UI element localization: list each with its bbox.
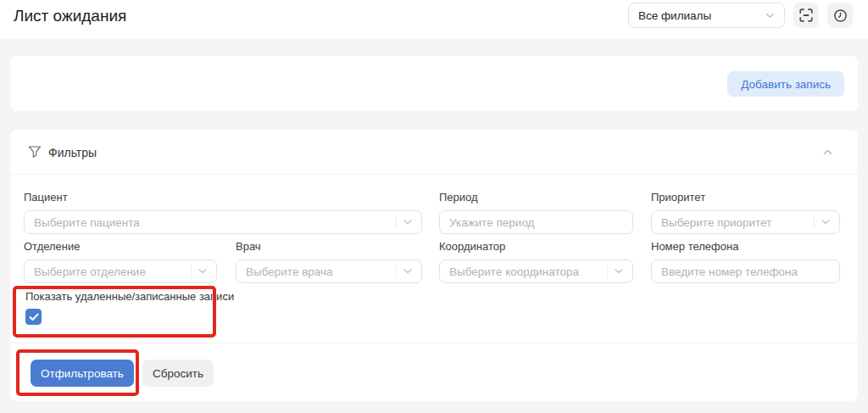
branch-filter-value: Все филиалы [638,9,765,22]
branch-filter-select[interactable]: Все филиалы [628,3,785,28]
period-label: Период [439,191,633,204]
chevron-down-icon [198,269,207,274]
chevron-down-icon [765,13,775,19]
priority-label: Приоритет [651,191,840,204]
history-button[interactable] [827,3,853,28]
coordinator-placeholder: Выберите координатора [449,265,602,278]
filters-header-toggle[interactable]: Фильтры [10,130,858,174]
chevron-down-icon [403,269,412,274]
coordinator-label: Координатор [439,240,633,254]
header-divider [10,174,858,175]
phone-label: Номер телефона [651,240,840,254]
patient-field: Пациент Выберите пациента [24,191,422,234]
department-select[interactable]: Выберите отделение [24,260,217,283]
footer-divider [10,343,858,343]
chevron-up-icon[interactable] [823,149,832,155]
check-icon [29,313,39,321]
doctor-placeholder: Выберите врача [246,265,391,278]
show-deleted-label: Показать удаленные/записанные записи [25,290,234,303]
priority-field: Приоритет Выберите приоритет [651,191,840,234]
phone-input[interactable] [651,260,840,283]
priority-placeholder: Выберите приоритет [661,216,809,229]
add-record-button[interactable]: Добавить запись [727,71,844,97]
doctor-field: Врач Выберите врача [236,240,422,283]
chevron-down-icon [821,220,830,225]
select-divider [396,265,397,278]
priority-select[interactable]: Выберите приоритет [651,210,840,234]
filters-panel: Фильтры Пациент Выберите пациента Период… [10,130,858,401]
select-divider [607,265,608,278]
apply-filters-button[interactable]: Отфильтровать [31,360,134,387]
reset-filters-button[interactable]: Сбросить [142,360,214,387]
select-divider [396,216,397,229]
show-deleted-checkbox[interactable] [25,309,42,325]
department-label: Отделение [24,240,217,254]
fullscreen-icon [799,8,813,22]
top-bar: Лист ожидания Все филиалы [0,0,868,39]
department-field: Отделение Выберите отделение [24,240,217,283]
patient-label: Пациент [24,191,422,204]
doctor-label: Врач [236,240,422,254]
clock-icon [833,8,848,23]
select-divider [191,265,192,278]
fullscreen-button[interactable] [793,3,819,28]
waiting-list-page: Лист ожидания Все филиалы [0,0,868,413]
page-title: Лист ожидания [14,7,126,25]
chevron-down-icon [403,220,412,225]
patient-placeholder: Выберите пациента [34,216,391,229]
period-field: Период [439,191,633,234]
actions-card: Добавить запись [10,56,858,111]
coordinator-select[interactable]: Выберите координатора [439,260,633,283]
period-input[interactable] [439,210,633,234]
patient-select[interactable]: Выберите пациента [24,210,422,234]
department-placeholder: Выберите отделение [34,265,186,278]
filters-title: Фильтры [48,146,97,159]
coordinator-field: Координатор Выберите координатора [439,240,633,283]
phone-field: Номер телефона [651,240,840,283]
funnel-icon [28,145,42,159]
doctor-select[interactable]: Выберите врача [236,260,422,283]
chevron-down-icon [615,269,623,274]
top-bar-actions: Все филиалы [628,3,853,28]
select-divider [814,216,815,229]
